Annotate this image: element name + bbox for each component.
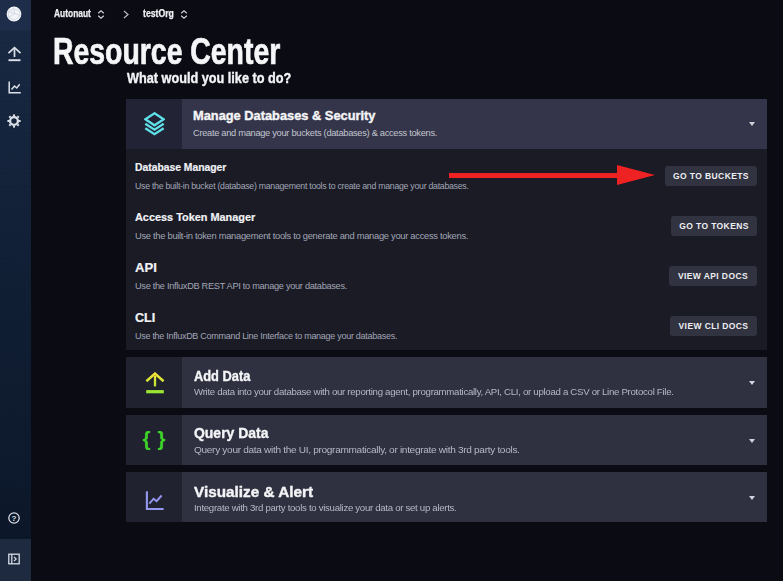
svg-text:?: ? [12,514,17,523]
